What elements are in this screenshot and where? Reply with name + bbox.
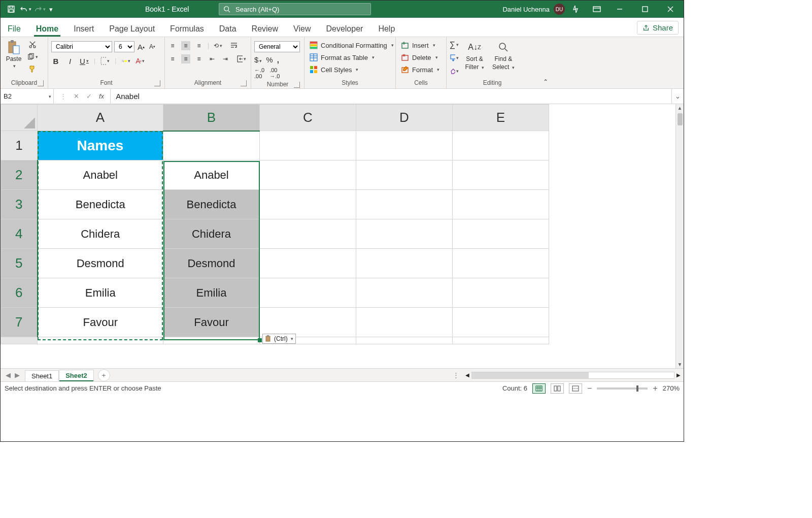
cell-c1[interactable] (260, 131, 356, 160)
decrease-font-icon[interactable]: A▾ (148, 42, 157, 51)
cell-e8[interactable] (453, 337, 549, 344)
collapse-ribbon-icon[interactable]: ⌃ (538, 37, 553, 88)
insert-cells-button[interactable]: Insert▾ (399, 40, 437, 50)
share-button[interactable]: Share (637, 21, 679, 35)
undo-icon[interactable]: ▾ (19, 3, 32, 16)
font-launcher-icon[interactable] (154, 80, 160, 86)
comma-style-icon[interactable]: , (277, 55, 279, 64)
align-bottom-icon[interactable]: ≡ (194, 41, 204, 50)
select-all-corner[interactable] (1, 105, 38, 131)
paste-options-button[interactable]: (Ctrl)▾ (262, 334, 296, 344)
col-header-c[interactable]: C (260, 105, 356, 131)
tab-file[interactable]: File (6, 21, 23, 37)
tab-help[interactable]: Help (376, 21, 397, 37)
autosum-icon[interactable]: ∑▾ (450, 40, 459, 49)
row-header-3[interactable]: 3 (1, 190, 38, 219)
cell-d3[interactable] (356, 190, 453, 219)
cell-a8[interactable] (38, 337, 163, 344)
paste-button[interactable]: Paste ▾ (4, 39, 24, 70)
redo-icon[interactable]: ▾ (33, 3, 46, 16)
copy-icon[interactable]: ▾ (27, 52, 38, 61)
cell-e7[interactable] (453, 308, 549, 337)
merge-center-icon[interactable]: ▾ (237, 54, 246, 63)
cell-d5[interactable] (356, 249, 453, 278)
align-top-icon[interactable]: ≡ (168, 41, 177, 50)
minimize-icon[interactable] (608, 1, 631, 18)
row-header-7[interactable]: 7 (1, 308, 38, 337)
zoom-out-icon[interactable]: − (587, 384, 592, 393)
formula-input[interactable]: Anabel (111, 89, 671, 104)
cell-b6[interactable]: Emilia (163, 278, 260, 308)
number-launcher-icon[interactable] (294, 82, 300, 88)
underline-icon[interactable]: U▾ (80, 56, 89, 66)
col-header-a[interactable]: A (38, 105, 163, 131)
find-select-button[interactable]: Find & Select ▾ (490, 39, 517, 72)
hscroll-left-icon[interactable]: ◀ (465, 372, 469, 378)
decrease-indent-icon[interactable]: ⇤ (208, 54, 217, 63)
view-page-break-icon[interactable] (569, 383, 582, 394)
tab-page-layout[interactable]: Page Layout (107, 21, 157, 37)
cell-e2[interactable] (453, 160, 549, 190)
cell-a1[interactable]: Names (38, 131, 163, 160)
cut-icon[interactable] (27, 40, 38, 49)
user-name[interactable]: Daniel Uchenna (502, 6, 550, 13)
row-header-2[interactable]: 2 (1, 160, 38, 190)
view-page-layout-icon[interactable] (551, 383, 564, 394)
bold-icon[interactable]: B (51, 56, 60, 66)
cell-a4[interactable]: Chidera (38, 219, 163, 249)
cell-b8[interactable] (163, 337, 260, 344)
view-normal-icon[interactable] (532, 383, 546, 394)
col-header-b[interactable]: B (163, 105, 260, 131)
grid-table[interactable]: A B C D E 1 Names 2 Anabel Anabel (1, 104, 549, 344)
close-icon[interactable] (659, 1, 682, 18)
tab-view[interactable]: View (291, 21, 313, 37)
save-icon[interactable] (5, 3, 18, 16)
zoom-in-icon[interactable]: + (653, 384, 657, 393)
row-header-5[interactable]: 5 (1, 249, 38, 278)
tab-review[interactable]: Review (250, 21, 280, 37)
tab-data[interactable]: Data (217, 21, 239, 37)
tab-developer[interactable]: Developer (324, 21, 365, 37)
row-header-1[interactable]: 1 (1, 131, 38, 160)
cell-b2[interactable]: Anabel (163, 160, 260, 190)
zoom-level[interactable]: 270% (663, 384, 680, 392)
cell-b5[interactable]: Desmond (163, 249, 260, 278)
coming-soon-icon[interactable] (568, 1, 585, 18)
fill-handle[interactable] (258, 338, 262, 342)
user-avatar[interactable]: DU (554, 4, 565, 15)
cell-styles-button[interactable]: Cell Styles▾ (308, 64, 360, 75)
format-as-table-button[interactable]: Format as Table▾ (308, 52, 377, 62)
insert-function-icon[interactable]: fx (99, 92, 104, 100)
wrap-text-icon[interactable] (229, 41, 239, 50)
cell-e3[interactable] (453, 190, 549, 219)
sheet-nav-next-icon[interactable]: ▶ (15, 371, 20, 379)
number-format-select[interactable]: General (254, 41, 300, 52)
orientation-icon[interactable]: ⟲▾ (213, 41, 222, 50)
cell-e5[interactable] (453, 249, 549, 278)
tab-formulas[interactable]: Formulas (168, 21, 206, 37)
cell-b4[interactable]: Chidera (163, 219, 260, 249)
col-header-d[interactable]: D (356, 105, 453, 131)
cell-d1[interactable] (356, 131, 453, 160)
name-box[interactable]: B2 ▾ (1, 89, 54, 104)
row-header-6[interactable]: 6 (1, 278, 38, 308)
tab-insert[interactable]: Insert (72, 21, 96, 37)
cell-a3[interactable]: Benedicta (38, 190, 163, 219)
sheet-nav-prev-icon[interactable]: ◀ (6, 371, 11, 379)
cell-e6[interactable] (453, 278, 549, 308)
align-middle-icon[interactable]: ≡ (181, 41, 190, 50)
sheet-tab-2[interactable]: Sheet2 (59, 370, 94, 382)
tab-home[interactable]: Home (34, 21, 60, 37)
cell-b1[interactable] (163, 131, 260, 160)
font-name-select[interactable]: Calibri (51, 41, 112, 52)
ribbon-display-icon[interactable] (588, 1, 605, 18)
cell-d4[interactable] (356, 219, 453, 249)
cell-c4[interactable] (260, 219, 356, 249)
cell-c6[interactable] (260, 278, 356, 308)
format-cells-button[interactable]: Format▾ (399, 64, 442, 75)
clear-icon[interactable]: ▾ (450, 67, 459, 76)
align-right-icon[interactable]: ≡ (194, 54, 204, 63)
row-header-8[interactable] (1, 337, 38, 344)
scroll-thumb[interactable] (678, 113, 683, 125)
zoom-slider[interactable] (597, 387, 648, 390)
